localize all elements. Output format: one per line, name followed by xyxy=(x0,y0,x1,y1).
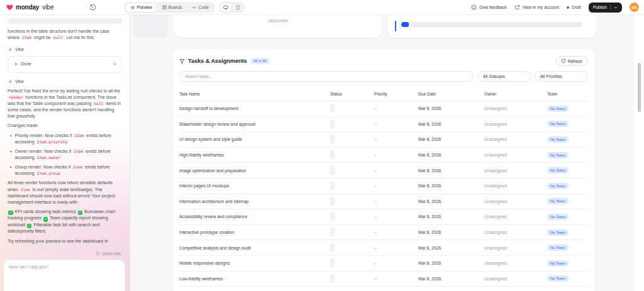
task-name: High-fidelity wireframes xyxy=(179,153,330,157)
view-in-account-button[interactable]: View in my account xyxy=(514,4,559,10)
status-cell xyxy=(330,197,374,206)
table-row[interactable]: Image optimization and preparation–Mar 8… xyxy=(179,163,588,178)
status-cell xyxy=(330,104,374,113)
agent-name-label: Vibe xyxy=(8,79,122,85)
table-row[interactable]: Competitive analysis and design audit–Ma… xyxy=(179,240,588,256)
owner-cell: Unassigned xyxy=(484,106,547,111)
owner-cell: Unassigned xyxy=(484,214,547,219)
table-row[interactable]: Mobile responsive designs–Mar 8, 2026Una… xyxy=(179,256,588,272)
owner-cell: Unassigned xyxy=(484,137,547,141)
due-date: Mar 8, 2026 xyxy=(418,199,484,204)
brand-logo[interactable]: mondayvibe xyxy=(6,4,54,11)
table-row[interactable]: UI design system and style guide–Mar 8, … xyxy=(179,132,588,148)
priority-cell: – xyxy=(374,122,418,126)
status-badge xyxy=(330,135,335,143)
undo-icon xyxy=(95,251,100,256)
avatar[interactable]: NS xyxy=(630,3,639,12)
chat-bullet-item: •Group render: Now checks if item exists… xyxy=(10,164,122,177)
status-badge xyxy=(330,181,335,190)
chat-input-box xyxy=(3,260,125,291)
chat-input[interactable] xyxy=(9,265,119,291)
priority-cell: – xyxy=(374,184,418,188)
chat-bullet-item: •Priority render: Now checks if item exi… xyxy=(10,133,122,145)
inline-code: item.group xyxy=(36,171,62,175)
clipped-date-card: 16/02/2026 xyxy=(174,15,382,38)
priority-filter-select[interactable]: All Priorities xyxy=(535,71,588,82)
inline-code: item.owner xyxy=(36,155,62,160)
refresh-icon xyxy=(561,58,566,63)
owner-cell: Unassigned xyxy=(484,246,547,250)
search-input[interactable] xyxy=(179,71,474,82)
mobile-toggle[interactable] xyxy=(233,3,243,12)
history-icon xyxy=(89,4,96,11)
column-header: Task Name xyxy=(179,92,330,96)
bullet-dot: • xyxy=(10,148,11,161)
team-badge: No Team xyxy=(547,167,569,173)
team-badge: No Team xyxy=(547,183,569,189)
task-name: Competitive analysis and design audit xyxy=(179,246,330,250)
team-cell: No Team xyxy=(547,106,588,112)
table-row[interactable]: Information architecture and sitemap–Mar… xyxy=(179,194,588,210)
table-row[interactable]: Accessibility review and compliance–Mar … xyxy=(179,209,588,225)
team-cell: No Team xyxy=(547,167,588,173)
preview-pane: 16/02/2026 Tasks & Assignments 88 of 88 … xyxy=(130,15,644,291)
table-row[interactable]: Low-fidelity wireframes–Mar 8, 2026Unass… xyxy=(179,272,588,287)
owner-cell: Unassigned xyxy=(484,168,547,173)
owner-cell: Unassigned xyxy=(484,277,547,281)
agent-name: Vibe xyxy=(15,47,24,53)
tab-boards[interactable]: Boards xyxy=(158,3,187,12)
desktop-icon xyxy=(223,5,228,10)
refresh-button[interactable]: Refresh xyxy=(555,56,588,66)
inline-code: item xyxy=(72,149,84,153)
app-root: mondayvibe PreviewBoards<>Code Give feed… xyxy=(0,0,644,291)
table-row[interactable]: Interior pages UI mockups–Mar 8, 2026Una… xyxy=(179,178,588,194)
priority-cell: – xyxy=(374,246,418,250)
task-table-body: Design handoff to development–Mar 8, 202… xyxy=(179,101,588,287)
due-date: Mar 8, 2026 xyxy=(418,261,484,265)
give-feedback-label: Give feedback xyxy=(479,5,506,9)
table-row[interactable]: High-fidelity wireframes–Mar 8, 2026Unas… xyxy=(179,148,588,163)
history-button[interactable] xyxy=(89,4,96,11)
progress-fill xyxy=(401,22,409,27)
scrollbar-thumb[interactable] xyxy=(638,63,641,112)
status-filter-select[interactable]: All Statuses xyxy=(477,71,531,82)
desktop-toggle[interactable] xyxy=(221,3,231,12)
team-cell: No Team xyxy=(547,136,588,143)
priority-cell: – xyxy=(374,153,418,157)
task-name: Mobile responsive designs xyxy=(179,261,330,265)
status-badge xyxy=(330,166,335,175)
undo-this-button[interactable]: Undo this xyxy=(95,251,121,256)
table-row[interactable]: Stakeholder design review and approval–M… xyxy=(179,117,588,133)
status-badge xyxy=(330,228,335,236)
table-row[interactable]: Design handoff to development–Mar 8, 202… xyxy=(179,101,588,117)
chat-paragraph: ✓ KPI cards showing task metrics ✓ Burnd… xyxy=(8,209,122,235)
agent-name-label: Vibe xyxy=(8,47,122,53)
chat-paragraph: Perfect! I've fixed the error by adding … xyxy=(8,88,122,120)
code-icon: <> xyxy=(192,5,196,9)
give-feedback-button[interactable]: Give feedback xyxy=(471,4,506,10)
owner-cell: Unassigned xyxy=(484,122,547,126)
due-date: Mar 8, 2026 xyxy=(418,153,484,157)
boards-icon xyxy=(162,5,167,9)
table-row[interactable]: Interactive prototype creation–Mar 8, 20… xyxy=(179,225,588,241)
priority-cell: – xyxy=(374,137,418,141)
inline-code: render xyxy=(8,95,24,99)
team-cell: No Team xyxy=(547,260,588,266)
scrollbar[interactable] xyxy=(634,15,644,291)
status-badge xyxy=(330,104,335,113)
inline-code: null xyxy=(52,35,64,40)
external-link-icon xyxy=(514,4,520,10)
collapsed-step-panel[interactable]: Done∨ xyxy=(8,56,122,72)
publish-button[interactable]: Publish xyxy=(589,3,622,13)
team-badge: No Team xyxy=(547,260,569,266)
undo-this-label: Undo this xyxy=(102,251,121,256)
due-date: Mar 8, 2026 xyxy=(418,106,484,111)
task-name: Image optimization and preparation xyxy=(179,168,330,173)
tab-preview[interactable]: Preview xyxy=(126,3,157,12)
vibe-sparkle-icon xyxy=(8,79,13,84)
priority-cell: – xyxy=(374,199,418,204)
status-badge xyxy=(330,197,335,206)
owner-cell: Unassigned xyxy=(484,261,547,265)
tab-code[interactable]: <>Code xyxy=(187,3,213,12)
inline-code: item xyxy=(72,165,84,169)
